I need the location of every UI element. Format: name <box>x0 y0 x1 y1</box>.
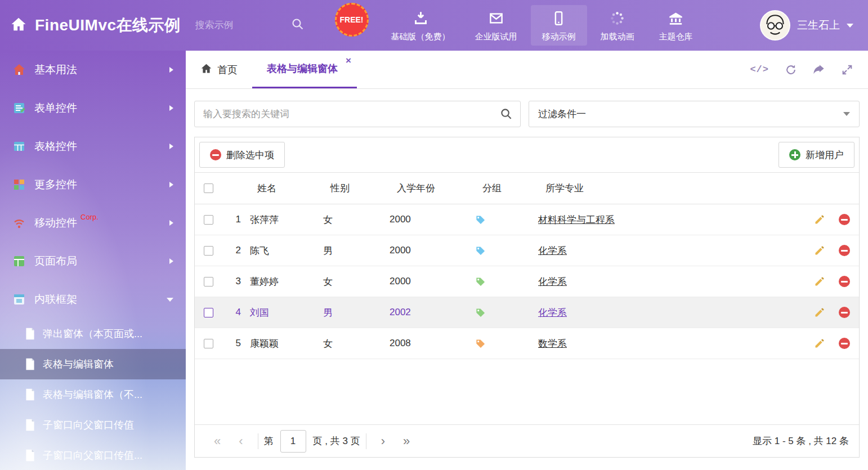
tab-label: 表格与编辑窗体 <box>267 62 338 75</box>
edit-row-button[interactable] <box>814 307 825 318</box>
home-icon <box>10 16 27 35</box>
sidebar-item-page-layout[interactable]: 页面布局 <box>0 242 186 280</box>
sidebar-subitem-child-to-parent[interactable]: 子窗口向父窗口传值 <box>0 410 186 440</box>
app-title: FineUIMvc在线示例 <box>35 15 181 36</box>
nav-item-loading-animation[interactable]: 加载动画 <box>589 5 646 46</box>
delete-row-button[interactable] <box>839 276 850 287</box>
delete-selected-button[interactable]: 删除选中项 <box>199 142 285 168</box>
search-icon[interactable] <box>500 108 513 123</box>
sidebar-item-form-controls[interactable]: 表单控件 <box>0 89 186 127</box>
file-icon <box>25 328 35 340</box>
username: 三生石上 <box>797 18 840 33</box>
table-search-input[interactable] <box>194 101 521 127</box>
file-icon <box>25 388 35 401</box>
expand-icon[interactable] <box>841 64 853 76</box>
chevron-right-icon <box>169 105 173 111</box>
table-row: 5 康颖颖 女 2008 数学系 <box>195 328 859 359</box>
table-header-row: 姓名 性别 入学年份 分组 所学专业 <box>195 173 859 204</box>
delete-row-button[interactable] <box>839 245 850 256</box>
col-header-name[interactable]: 姓名 <box>250 182 323 195</box>
tab-home[interactable]: 首页 <box>186 51 252 88</box>
filter-dropdown[interactable]: 过滤条件一 <box>529 101 860 127</box>
tab-grid-edit-window[interactable]: 表格与编辑窗体 × <box>252 51 357 88</box>
major-link[interactable]: 化学系 <box>538 275 567 288</box>
header-search-input[interactable] <box>195 20 291 31</box>
select-all-checkbox[interactable] <box>204 183 213 193</box>
prev-page-button[interactable]: ‹ <box>230 435 252 447</box>
row-checkbox[interactable] <box>204 246 213 256</box>
delete-row-button[interactable] <box>839 338 850 349</box>
edit-row-button[interactable] <box>814 245 825 256</box>
delete-row-button[interactable] <box>839 214 850 225</box>
sidebar-item-grid-controls[interactable]: 表格控件 <box>0 127 186 165</box>
chevron-down-icon <box>847 24 853 28</box>
group-tag-icon[interactable] <box>475 245 486 256</box>
major-link[interactable]: 材料科学与工程系 <box>538 213 615 226</box>
sidebar-item-label: 表单控件 <box>34 101 77 115</box>
grid-panel: 删除选中项 新增用户 姓名 性别 入学年份 分组 所学专业 <box>194 137 860 458</box>
sidebar-subitem-child-to-parent-2[interactable]: 子窗口向父窗口传值... <box>0 440 186 470</box>
col-header-group[interactable]: 分组 <box>475 182 538 195</box>
minus-circle-icon <box>210 149 221 160</box>
nav-item-theme-store[interactable]: 主题仓库 <box>648 5 704 46</box>
share-forward-icon[interactable] <box>813 64 825 76</box>
header-nav: 基础版（免费） 企业版试用 移动示例 加载动画 <box>380 5 704 46</box>
group-tag-icon[interactable] <box>475 307 486 318</box>
last-page-button[interactable]: » <box>394 435 419 447</box>
nav-label: 基础版（免费） <box>391 32 450 42</box>
table-empty-space <box>195 359 859 424</box>
file-icon <box>25 419 35 431</box>
sidebar-item-more-controls[interactable]: 更多控件 <box>0 165 186 204</box>
group-tag-icon[interactable] <box>475 214 486 225</box>
sidebar-item-basic-usage[interactable]: 基本用法 <box>0 51 186 89</box>
cell-name: 康颖颖 <box>250 337 323 350</box>
chevron-down-icon <box>167 298 173 302</box>
delete-row-button[interactable] <box>839 307 850 318</box>
nav-label: 移动示例 <box>542 32 576 42</box>
first-page-button[interactable]: « <box>205 435 230 447</box>
major-link[interactable]: 数学系 <box>538 337 567 350</box>
nav-item-enterprise-trial[interactable]: 企业版试用 <box>464 5 529 46</box>
group-tag-icon[interactable] <box>475 276 486 287</box>
nav-item-mobile-demo[interactable]: 移动示例 <box>531 5 587 46</box>
cell-year: 2000 <box>390 276 475 287</box>
row-checkbox[interactable] <box>204 277 213 287</box>
sidebar-subitem-popup-window[interactable]: 弹出窗体（本页面或... <box>0 319 186 349</box>
major-link[interactable]: 化学系 <box>538 306 567 319</box>
group-tag-icon[interactable] <box>475 338 486 349</box>
cell-year: 2000 <box>390 214 475 225</box>
brand[interactable]: FineUIMvc在线示例 <box>0 15 181 36</box>
col-header-year[interactable]: 入学年份 <box>390 182 475 195</box>
edit-row-button[interactable] <box>814 276 825 287</box>
table-search <box>194 101 521 127</box>
table-row-selected: 4 刘国 男 2002 化学系 <box>195 297 859 328</box>
tab-close-icon[interactable]: × <box>346 56 351 65</box>
sidebar-item-iframe[interactable]: 内联框架 <box>0 280 186 319</box>
iframe-icon <box>12 293 26 306</box>
header-search[interactable] <box>195 14 308 37</box>
next-page-button[interactable]: › <box>372 435 394 447</box>
row-checkbox[interactable] <box>204 308 213 317</box>
sidebar-subitem-grid-edit-window[interactable]: 表格与编辑窗体 <box>0 349 186 379</box>
chevron-right-icon <box>169 144 173 149</box>
main-content: 首页 表格与编辑窗体 × </> <box>186 51 868 470</box>
edit-row-button[interactable] <box>814 338 825 349</box>
col-header-major[interactable]: 所学专业 <box>538 182 797 195</box>
cell-year: 2000 <box>390 245 475 256</box>
edit-row-button[interactable] <box>814 214 825 225</box>
sidebar-item-label: 表格控件 <box>34 139 77 154</box>
row-checkbox[interactable] <box>204 215 213 225</box>
sidebar-subitem-grid-edit-window-no[interactable]: 表格与编辑窗体（不... <box>0 379 186 410</box>
major-link[interactable]: 化学系 <box>538 244 567 257</box>
col-header-gender[interactable]: 性别 <box>323 182 390 195</box>
table-icon <box>12 140 26 153</box>
sidebar-item-mobile-controls[interactable]: 移动控件 Corp. <box>0 204 186 242</box>
nav-item-basic-free[interactable]: 基础版（免费） <box>380 5 462 46</box>
row-checkbox[interactable] <box>204 339 213 348</box>
add-user-button[interactable]: 新增用户 <box>778 142 854 168</box>
user-menu[interactable]: 三生石上 <box>760 10 868 41</box>
cell-gender: 女 <box>323 275 390 288</box>
refresh-icon[interactable] <box>785 64 797 76</box>
page-number-input[interactable] <box>280 430 306 453</box>
code-icon[interactable]: </> <box>750 64 769 75</box>
